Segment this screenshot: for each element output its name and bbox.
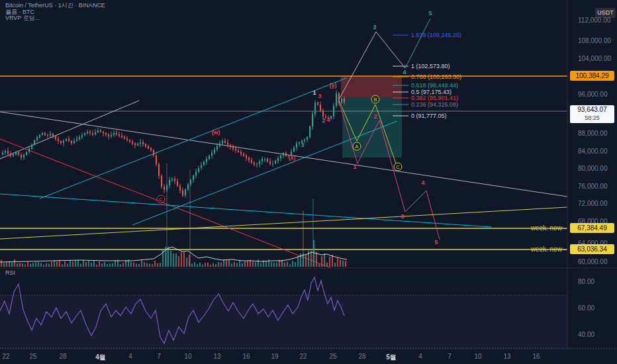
time-axis-month: 4월 xyxy=(95,353,106,362)
projection-wave-label: 2 xyxy=(373,113,377,120)
projection-wave-label: 4 xyxy=(421,179,424,186)
fib-level-label: 0.382 (95,901.41) xyxy=(411,95,458,101)
rsi-axis-tick: 80.00 xyxy=(578,278,594,285)
elliott-wave-label: 1 xyxy=(312,89,316,96)
projection-wave-label: 3 xyxy=(373,24,376,30)
price-axis-tick: 76,000.00 xyxy=(578,183,608,190)
price-axis-tick: 88,000.00 xyxy=(578,130,608,137)
elliott-wave-label: (w) xyxy=(212,129,220,136)
fib-level-label: 0.786 (100,263.30) xyxy=(411,73,461,80)
price-axis-tick: 60,000.00 xyxy=(578,258,608,265)
weekly-price-label[interactable]: 67,384.49 xyxy=(570,223,614,233)
elliott-wave-label: 3 xyxy=(301,142,304,148)
bar-countdown: 58:25 xyxy=(570,114,614,122)
time-axis-tick: 4 xyxy=(418,353,422,360)
price-axis-tick: 72,000.00 xyxy=(578,200,608,207)
time-axis-tick: 28 xyxy=(59,353,66,360)
elliott-wave-label: (y) xyxy=(330,82,337,89)
price-axis-tick: 84,000.00 xyxy=(578,148,608,155)
projection-circled-label: C xyxy=(394,163,403,171)
price-axis-tick: 96,000.00 xyxy=(578,91,608,98)
elliott-wave-label: 4 xyxy=(326,116,330,123)
time-axis-tick: 10 xyxy=(474,353,481,360)
fib-level-label: 0.236 (94,325.08) xyxy=(411,101,458,108)
vrvp-legend: VRVP 로딩... xyxy=(5,15,40,22)
time-axis-tick: 22 xyxy=(2,353,9,360)
week-new-note: week. new - xyxy=(531,246,566,253)
rsi-legend[interactable]: RSI xyxy=(5,270,15,277)
time-axis-tick: 19 xyxy=(271,353,278,360)
price-axis-tick: 80,000.00 xyxy=(578,165,608,172)
trading-chart-app: Bitcoin / TetherUS · 1시간 · BINANCE 볼륨 · … xyxy=(0,0,617,364)
week-new-note: week. new - xyxy=(531,224,566,232)
time-axis-tick: 13 xyxy=(213,353,220,360)
price-axis-tick: 112,000.00 xyxy=(578,17,610,24)
chart-labels-layer: Bitcoin / TetherUS · 1시간 · BINANCE 볼륨 · … xyxy=(0,0,617,364)
current-price-label[interactable]: 93,643.0758:25 xyxy=(570,105,614,123)
projection-wave-label: 3 xyxy=(401,213,404,220)
price-axis-tick: 108,000.00 xyxy=(578,37,611,44)
time-axis-tick: 10 xyxy=(184,353,191,360)
elliott-wave-label: 2 xyxy=(322,117,325,124)
rsi-axis-tick: 40.00 xyxy=(578,331,594,338)
weekly-price-label[interactable]: 63,036.34 xyxy=(570,244,614,254)
projection-wave-label: 5 xyxy=(434,239,438,246)
fib-level-label: 1 (102,573.80) xyxy=(411,63,450,69)
time-axis-tick: 16 xyxy=(532,353,540,360)
time-axis-tick: 13 xyxy=(503,353,510,360)
price-axis-tick: 104,000.00 xyxy=(578,55,611,62)
elliott-wave-circled-c: C xyxy=(157,195,166,204)
rsi-axis-tick: 60.00 xyxy=(578,304,594,312)
time-axis-tick: 25 xyxy=(29,353,36,360)
time-axis-tick: 22 xyxy=(299,353,307,360)
time-axis-tick: 7 xyxy=(157,353,161,360)
time-axis-tick: 7 xyxy=(448,353,451,360)
fib-level-label: 1.618 (109,246.20) xyxy=(411,32,461,38)
projection-circled-label: A xyxy=(353,142,361,151)
time-axis-tick: 16 xyxy=(242,353,250,360)
fib-level-label: 0.618 (98,449.44) xyxy=(411,82,458,89)
fib-level-label: 0 (91,777.05) xyxy=(411,113,447,119)
time-axis-tick: 25 xyxy=(329,353,336,360)
elliott-wave-label: 3 xyxy=(318,93,321,99)
current-price-value: 93,643.07 xyxy=(570,105,614,114)
time-axis-tick: 28 xyxy=(358,353,365,360)
alert-price-label[interactable]: 100,384.29 xyxy=(570,71,614,81)
projection-circled-label: B xyxy=(371,95,380,104)
projection-wave-label: 4 xyxy=(403,69,406,75)
projection-wave-label: 1 xyxy=(353,163,356,170)
elliott-wave-label: (x) xyxy=(289,154,296,161)
time-axis-month: 5월 xyxy=(386,353,397,362)
projection-wave-label: 5 xyxy=(428,10,432,17)
time-axis-tick: 4 xyxy=(128,353,132,360)
